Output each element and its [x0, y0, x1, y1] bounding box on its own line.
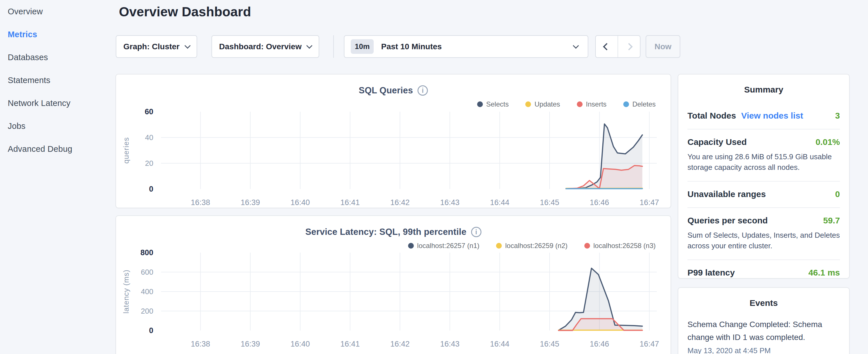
y-axis-title: latency (ms) — [122, 269, 130, 314]
y-tick-label: 0 — [149, 326, 153, 335]
summary-row: Total NodesView nodes list3 — [687, 103, 840, 129]
view-nodes-list-link[interactable]: View nodes list — [741, 111, 803, 121]
x-tick-label: 16:42 — [390, 340, 410, 348]
service-latency-chart-card: Service Latency: SQL, 99th percentile i … — [116, 215, 671, 354]
summary-row-value: 0 — [835, 189, 840, 199]
summary-row-label: Queries per second — [687, 216, 768, 225]
time-step-forward-button[interactable] — [618, 36, 640, 57]
chevron-down-icon — [306, 43, 312, 49]
summary-row-label: Total Nodes — [687, 111, 736, 121]
x-tick-label: 16:47 — [640, 198, 659, 207]
summary-row-value: 3 — [835, 111, 840, 121]
sidebar: OverviewMetricsDatabasesStatementsNetwor… — [0, 0, 115, 160]
chevron-down-icon — [573, 43, 579, 49]
dashboard-dropdown[interactable]: Dashboard: Overview — [212, 35, 319, 58]
events-list: Schema Change Completed: Schema change w… — [687, 318, 840, 354]
x-tick-label: 16:45 — [540, 340, 559, 348]
summary-rows: Total NodesView nodes list3Capacity Used… — [687, 103, 840, 286]
graph-dropdown-label: Graph: Cluster — [123, 42, 179, 51]
time-step-back-button[interactable] — [596, 36, 618, 57]
sidebar-item-metrics[interactable]: Metrics — [8, 23, 115, 46]
summary-row-value: 46.1 ms — [808, 268, 840, 278]
y-tick-label: 600 — [141, 268, 153, 277]
time-range-label: Past 10 Minutes — [381, 42, 442, 51]
summary-row-value: 0.01% — [815, 137, 840, 147]
y-tick-label: 20 — [145, 159, 153, 167]
x-tick-label: 16:43 — [440, 198, 460, 207]
x-tick-label: 16:44 — [490, 198, 509, 207]
time-step-buttons — [595, 35, 641, 58]
sidebar-item-jobs[interactable]: Jobs — [8, 115, 115, 137]
x-tick-label: 16:39 — [241, 198, 260, 207]
summary-row: Unavailable ranges0 — [687, 182, 840, 208]
summary-row-description: Sum of Selects, Updates, Inserts, and De… — [687, 230, 840, 251]
summary-panel: Summary Total NodesView nodes list3Capac… — [678, 74, 850, 279]
now-button[interactable]: Now — [646, 35, 680, 58]
summary-row: P99 latency46.1 ms — [687, 260, 840, 286]
service-latency-plot[interactable]: 16:3816:3916:4016:4116:4216:4316:4416:45… — [116, 216, 672, 354]
sidebar-item-statements[interactable]: Statements — [8, 69, 115, 92]
chevron-left-icon — [603, 43, 610, 50]
time-range-dropdown[interactable]: 10m Past 10 Minutes — [344, 35, 588, 58]
y-tick-label: 200 — [141, 307, 153, 315]
sidebar-item-overview[interactable]: Overview — [8, 0, 115, 23]
y-tick-label: 400 — [141, 287, 153, 296]
dashboard-dropdown-label: Dashboard: Overview — [219, 42, 302, 51]
summary-row-label: Capacity Used — [687, 137, 747, 147]
sidebar-item-network-latency[interactable]: Network Latency — [8, 92, 115, 115]
toolbar-divider — [333, 35, 334, 58]
event-timestamp: May 13, 2020 at 4:45 PM — [687, 346, 840, 354]
summary-row-description: You are using 28.6 MiB of 515.9 GiB usab… — [687, 152, 840, 173]
y-axis-title: queries — [122, 137, 130, 164]
x-tick-label: 16:43 — [440, 340, 460, 348]
y-tick-label: 40 — [145, 133, 153, 142]
sidebar-item-advanced-debug[interactable]: Advanced Debug — [8, 137, 115, 160]
event-message: Schema Change Completed: Schema change w… — [687, 318, 840, 344]
graph-dropdown[interactable]: Graph: Cluster — [116, 35, 197, 58]
events-heading: Events — [678, 298, 849, 308]
x-tick-label: 16:47 — [640, 340, 659, 348]
x-tick-label: 16:40 — [290, 198, 310, 207]
chevron-right-icon — [625, 43, 632, 50]
x-tick-label: 16:38 — [191, 340, 210, 348]
x-tick-label: 16:38 — [191, 198, 210, 207]
page-title: Overview Dashboard — [119, 4, 251, 20]
events-panel: Events Schema Change Completed: Schema c… — [678, 287, 850, 354]
sidebar-item-databases[interactable]: Databases — [8, 46, 115, 69]
sql-queries-chart-card: SQL Queries i SelectsUpdatesInsertsDelet… — [116, 74, 671, 208]
summary-row-label: Unavailable ranges — [687, 189, 766, 199]
x-tick-label: 16:41 — [340, 340, 360, 348]
x-tick-label: 16:45 — [540, 198, 559, 207]
x-tick-label: 16:46 — [590, 340, 609, 348]
summary-heading: Summary — [678, 85, 849, 95]
y-tick-label: 0 — [149, 185, 153, 193]
chevron-down-icon — [184, 43, 190, 49]
sql-queries-plot[interactable]: 16:3816:3916:4016:4116:4216:4316:4416:45… — [116, 74, 672, 209]
summary-row-value: 59.7 — [823, 216, 840, 225]
summary-row-label: P99 latency — [687, 268, 735, 278]
y-tick-label: 800 — [141, 248, 153, 257]
x-tick-label: 16:40 — [290, 340, 310, 348]
x-tick-label: 16:42 — [390, 198, 410, 207]
x-tick-label: 16:44 — [490, 340, 509, 348]
summary-row: Capacity Used0.01%You are using 28.6 MiB… — [687, 129, 840, 182]
x-tick-label: 16:39 — [241, 340, 260, 348]
y-tick-label: 60 — [145, 107, 153, 116]
time-range-badge: 10m — [351, 39, 374, 54]
summary-row: Queries per second59.7Sum of Selects, Up… — [687, 208, 840, 260]
x-tick-label: 16:46 — [590, 198, 609, 207]
x-tick-label: 16:41 — [340, 198, 360, 207]
